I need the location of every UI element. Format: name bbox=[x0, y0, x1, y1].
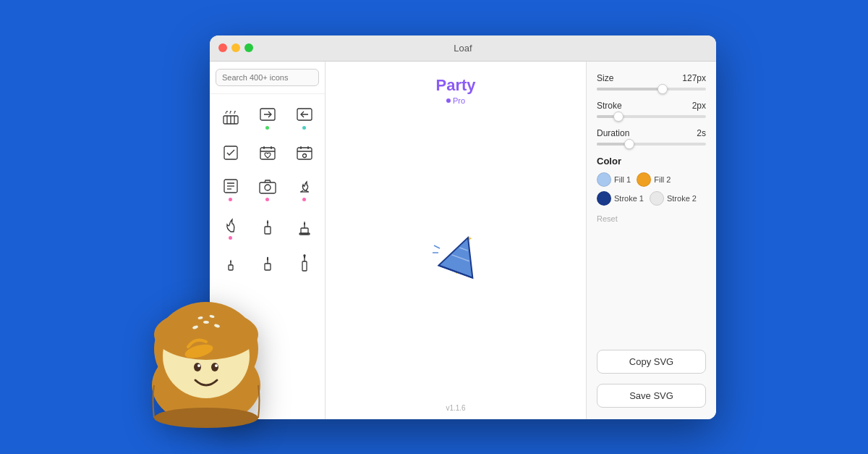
svg-marker-42 bbox=[438, 232, 485, 278]
svg-rect-22 bbox=[260, 182, 276, 193]
icon-settings-calendar[interactable] bbox=[286, 137, 322, 169]
window-title: Loaf bbox=[454, 43, 472, 54]
icon-name: Party bbox=[435, 76, 475, 95]
search-input[interactable] bbox=[216, 69, 319, 86]
svg-point-59 bbox=[197, 364, 200, 367]
svg-point-36 bbox=[267, 257, 268, 258]
svg-point-57 bbox=[194, 363, 201, 371]
fill2-label: Fill 2 bbox=[654, 175, 671, 184]
pro-badge: Pro bbox=[435, 96, 475, 105]
reset-container: Reset bbox=[597, 211, 706, 224]
size-thumb[interactable] bbox=[658, 84, 668, 94]
spacer bbox=[597, 235, 706, 340]
size-value: 127px bbox=[682, 73, 706, 83]
duration-thumb[interactable] bbox=[624, 139, 634, 149]
svg-line-46 bbox=[434, 245, 440, 248]
stroke-slider[interactable] bbox=[597, 115, 706, 118]
stroke-header: Stroke 2px bbox=[597, 101, 706, 111]
app-window: Loaf bbox=[210, 35, 716, 419]
size-fill bbox=[597, 88, 663, 91]
fill2-item[interactable]: Fill 2 bbox=[637, 172, 671, 187]
preview-area: ✦ ✦ bbox=[427, 105, 485, 404]
duration-value: 2s bbox=[697, 128, 706, 138]
right-panel: Size 127px Stroke 2px bbox=[586, 62, 716, 419]
minimize-button[interactable] bbox=[231, 43, 240, 52]
svg-point-60 bbox=[215, 364, 218, 367]
svg-rect-34 bbox=[265, 264, 271, 270]
duration-slider[interactable] bbox=[597, 143, 706, 146]
main-area: Party Pro ✦ ✦ bbox=[326, 62, 586, 419]
search-bar bbox=[210, 62, 325, 94]
maximize-button[interactable] bbox=[244, 43, 253, 52]
icon-campfire[interactable] bbox=[286, 170, 322, 207]
svg-rect-27 bbox=[265, 227, 271, 234]
stroke1-swatch[interactable] bbox=[597, 191, 611, 206]
svg-rect-32 bbox=[229, 265, 233, 270]
reset-button[interactable]: Reset bbox=[597, 214, 618, 223]
color-label: Color bbox=[597, 156, 706, 167]
stroke-label: Stroke bbox=[597, 101, 622, 111]
icon-arrow-right[interactable] bbox=[250, 98, 285, 135]
duration-row: Duration 2s bbox=[597, 128, 706, 146]
copy-svg-button[interactable]: Copy SVG bbox=[597, 350, 706, 374]
stroke1-item[interactable]: Stroke 1 bbox=[597, 191, 644, 206]
stroke-value: 2px bbox=[692, 101, 706, 111]
window-body: Party Pro ✦ ✦ bbox=[210, 62, 716, 419]
version-label: v1.1.6 bbox=[446, 404, 465, 412]
fill1-swatch[interactable] bbox=[597, 172, 611, 187]
svg-point-17 bbox=[302, 154, 306, 157]
icon-candle-2[interactable] bbox=[286, 209, 322, 245]
fill1-label: Fill 1 bbox=[614, 175, 631, 184]
icon-candle-tall[interactable] bbox=[286, 247, 322, 279]
size-row: Size 127px bbox=[597, 73, 706, 91]
svg-point-58 bbox=[211, 363, 218, 371]
bread-mascot-svg bbox=[134, 273, 278, 432]
stroke2-swatch[interactable] bbox=[650, 191, 664, 206]
fill1-item[interactable]: Fill 1 bbox=[597, 172, 631, 187]
icon-birthday-cake[interactable] bbox=[213, 98, 248, 135]
color-section: Color Fill 1 Fill 2 Stroke 1 bbox=[597, 156, 706, 224]
icon-candle-1[interactable] bbox=[250, 209, 285, 245]
svg-rect-37 bbox=[302, 261, 307, 271]
duration-header: Duration 2s bbox=[597, 128, 706, 138]
icon-checkbox[interactable] bbox=[213, 137, 248, 169]
size-label: Size bbox=[597, 73, 613, 83]
fill2-swatch[interactable] bbox=[637, 172, 651, 187]
size-slider[interactable] bbox=[597, 88, 706, 91]
traffic-lights bbox=[218, 43, 253, 52]
close-button[interactable] bbox=[218, 43, 227, 52]
fill-colors-row: Fill 1 Fill 2 bbox=[597, 172, 706, 187]
duration-label: Duration bbox=[597, 128, 629, 138]
title-bar: Loaf bbox=[210, 35, 716, 62]
icon-title: Party Pro bbox=[435, 76, 475, 105]
save-svg-button[interactable]: Save SVG bbox=[597, 384, 706, 408]
pro-dot bbox=[446, 98, 451, 103]
party-icon: ✦ ✦ bbox=[427, 225, 485, 283]
icon-heart-calendar[interactable] bbox=[250, 137, 285, 169]
size-header: Size 127px bbox=[597, 73, 706, 83]
icon-camera[interactable] bbox=[250, 170, 285, 207]
icon-notes[interactable] bbox=[213, 170, 248, 207]
svg-point-62 bbox=[154, 408, 258, 428]
pro-label: Pro bbox=[453, 96, 465, 105]
svg-point-23 bbox=[265, 185, 271, 190]
stroke2-item[interactable]: Stroke 2 bbox=[650, 191, 697, 206]
stroke-row: Stroke 2px bbox=[597, 101, 706, 118]
svg-rect-8 bbox=[224, 146, 237, 159]
icon-flame[interactable] bbox=[213, 209, 248, 245]
stroke-colors-row: Stroke 1 Stroke 2 bbox=[597, 191, 706, 206]
mascot bbox=[134, 273, 278, 432]
icon-arrow-left[interactable] bbox=[286, 98, 322, 135]
stroke2-label: Stroke 2 bbox=[667, 194, 697, 203]
stroke1-label: Stroke 1 bbox=[614, 194, 644, 203]
stroke-thumb[interactable] bbox=[613, 112, 624, 122]
